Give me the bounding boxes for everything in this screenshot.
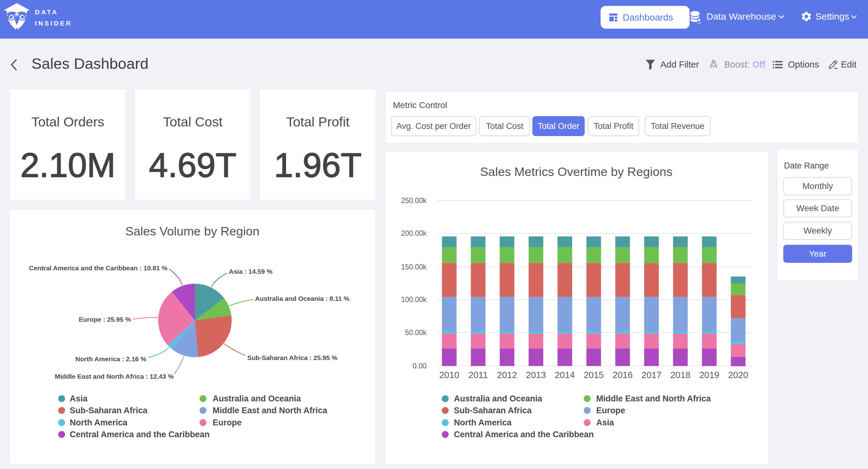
svg-text:250.00k: 250.00k xyxy=(401,197,427,205)
svg-text:Sub-Saharan Africa : 25.95 %: Sub-Saharan Africa : 25.95 % xyxy=(247,354,338,361)
svg-text:2018: 2018 xyxy=(670,370,690,380)
svg-text:0.00: 0.00 xyxy=(412,362,427,370)
svg-text:Asia : 14.59 %: Asia : 14.59 % xyxy=(229,268,272,275)
svg-text:100.00k: 100.00k xyxy=(401,296,427,304)
svg-text:2010: 2010 xyxy=(439,370,460,380)
svg-text:Europe : 25.95 %: Europe : 25.95 % xyxy=(79,316,131,323)
svg-text:2013: 2013 xyxy=(526,370,546,380)
svg-text:2011: 2011 xyxy=(469,370,488,380)
svg-text:150.00k: 150.00k xyxy=(401,263,427,271)
svg-text:2016: 2016 xyxy=(613,370,633,380)
svg-text:Australia and Oceania : 8.11 %: Australia and Oceania : 8.11 % xyxy=(255,295,350,302)
svg-text:North America : 2.16 %: North America : 2.16 % xyxy=(75,355,146,362)
svg-text:2012: 2012 xyxy=(497,370,517,380)
svg-text:Sales Metrics Overtime by Regi: Sales Metrics Overtime by Regions xyxy=(480,165,673,178)
svg-text:2015: 2015 xyxy=(584,370,604,380)
svg-text:200.00k: 200.00k xyxy=(401,229,427,237)
svg-text:2014: 2014 xyxy=(555,370,575,380)
svg-text:2017: 2017 xyxy=(641,370,661,380)
svg-text:50.00k: 50.00k xyxy=(405,328,427,336)
svg-text:Middle East and North Africa :: Middle East and North Africa : 12.43 % xyxy=(55,373,174,380)
svg-text:2020: 2020 xyxy=(728,370,748,380)
svg-text:Central America and the Caribb: Central America and the Caribbean : 10.8… xyxy=(29,264,167,271)
svg-text:2019: 2019 xyxy=(699,370,719,380)
